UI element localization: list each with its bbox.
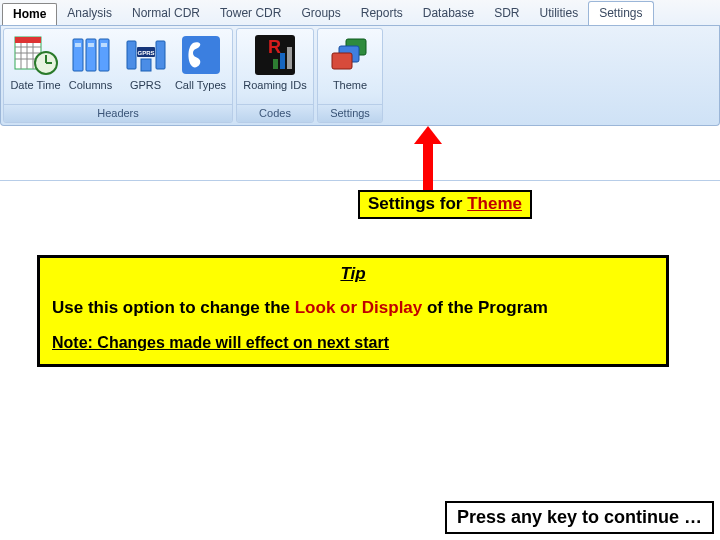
tip-title: Tip xyxy=(52,264,654,284)
tab-utilities[interactable]: Utilities xyxy=(530,2,589,25)
tab-database[interactable]: Database xyxy=(413,2,484,25)
tab-normal-cdr[interactable]: Normal CDR xyxy=(122,2,210,25)
ribbon-group-settings: Theme Settings xyxy=(317,28,383,123)
svg-text:R: R xyxy=(268,37,281,57)
ribbon-group-headers: Date Time Columns GPRS xyxy=(3,28,233,123)
tip-line-post: of the Program xyxy=(427,298,548,317)
columns-label: Columns xyxy=(64,79,117,91)
tab-groups[interactable]: Groups xyxy=(291,2,350,25)
roaming-ids-label: Roaming IDs xyxy=(242,79,308,91)
group-caption-codes: Codes xyxy=(237,104,313,122)
svg-rect-16 xyxy=(101,43,107,47)
tab-strip: Home Analysis Normal CDR Tower CDR Group… xyxy=(0,0,720,26)
tip-line-pre: Use this option to change the xyxy=(52,298,295,317)
datetime-label: Date Time xyxy=(9,79,62,91)
svg-text:GPRS: GPRS xyxy=(137,50,154,56)
tab-analysis[interactable]: Analysis xyxy=(57,2,122,25)
gprs-label: GPRS xyxy=(119,79,172,91)
ribbon: Date Time Columns GPRS xyxy=(0,26,720,126)
tab-tower-cdr[interactable]: Tower CDR xyxy=(210,2,291,25)
tip-line-red: Look or Display xyxy=(295,298,427,317)
svg-rect-18 xyxy=(156,41,165,69)
theme-label: Theme xyxy=(323,79,377,91)
svg-rect-30 xyxy=(332,53,352,69)
theme-icon xyxy=(328,33,372,77)
pointer-arrow-icon xyxy=(420,126,436,190)
roaming-ids-button[interactable]: R Roaming IDs xyxy=(241,31,309,91)
group-caption-settings: Settings xyxy=(318,104,382,122)
svg-rect-22 xyxy=(182,36,220,74)
ribbon-group-codes: R Roaming IDs Codes xyxy=(236,28,314,123)
callout-link: Theme xyxy=(467,194,522,213)
svg-rect-27 xyxy=(287,47,292,69)
datetime-button[interactable]: Date Time xyxy=(8,31,63,91)
tab-settings[interactable]: Settings xyxy=(588,1,653,25)
tab-sdr[interactable]: SDR xyxy=(484,2,529,25)
tip-line: Use this option to change the Look or Di… xyxy=(52,298,654,318)
svg-rect-26 xyxy=(280,53,285,69)
roaming-icon: R xyxy=(253,33,297,77)
continue-prompt[interactable]: Press any key to continue … xyxy=(445,501,714,534)
columns-icon xyxy=(69,33,113,77)
columns-button[interactable]: Columns xyxy=(63,31,118,91)
tab-home[interactable]: Home xyxy=(2,3,57,25)
calltypes-icon xyxy=(179,33,223,77)
callout-settings-theme: Settings for Theme xyxy=(358,190,532,219)
svg-rect-21 xyxy=(141,59,151,71)
callout-prefix: Settings for xyxy=(368,194,467,213)
datetime-icon xyxy=(14,33,58,77)
tab-reports[interactable]: Reports xyxy=(351,2,413,25)
gprs-icon: GPRS xyxy=(124,33,168,77)
calltypes-button[interactable]: Call Types xyxy=(173,31,228,91)
svg-rect-14 xyxy=(75,43,81,47)
svg-rect-1 xyxy=(15,37,41,43)
group-caption-headers: Headers xyxy=(4,104,232,122)
svg-rect-15 xyxy=(88,43,94,47)
svg-rect-25 xyxy=(273,59,278,69)
theme-button[interactable]: Theme xyxy=(322,31,378,91)
tip-panel: Tip Use this option to change the Look o… xyxy=(37,255,669,367)
divider xyxy=(0,180,720,181)
calltypes-label: Call Types xyxy=(174,79,227,91)
tip-note: Note: Changes made will effect on next s… xyxy=(52,334,654,352)
gprs-button[interactable]: GPRS GPRS xyxy=(118,31,173,91)
svg-rect-17 xyxy=(127,41,136,69)
